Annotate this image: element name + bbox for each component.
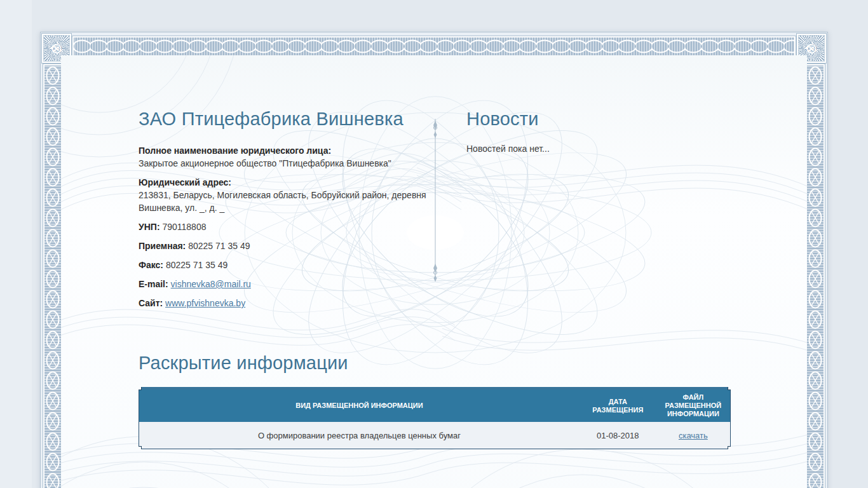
- table-header-row: ВИД РАЗМЕЩЕННОЙ ИНФОРМАЦИИ ДАТА РАЗМЕЩЕН…: [139, 390, 730, 422]
- column-header-file: ФАЙЛ РАЗМЕЩЕННОЙ ИНФОРМАЦИИ: [656, 390, 730, 422]
- field-label: E-mail:: [139, 279, 168, 289]
- news-section: Новости Новостей пока нет...: [466, 107, 782, 316]
- field-value: 790118808: [162, 222, 206, 232]
- company-field-full-name: Полное наименование юридического лица: З…: [139, 144, 432, 170]
- field-value: 80225 71 35 49: [166, 260, 227, 270]
- company-field-unp: УНП: 790118808: [139, 220, 432, 233]
- plaque-notch: [139, 446, 142, 449]
- circled-x-icon: ⊗: [50, 41, 62, 56]
- field-label: Полное наименование юридического лица:: [139, 146, 331, 156]
- frame-right-border-pattern: [806, 64, 825, 488]
- disclosure-table-plaque: ВИД РАЗМЕЩЕННОЙ ИНФОРМАЦИИ ДАТА РАЗМЕЩЕН…: [139, 387, 731, 449]
- disclosure-title: Раскрытие информации: [139, 351, 782, 374]
- field-label: УНП:: [139, 222, 160, 232]
- field-value: 213831, Беларусь, Могилевская область, Б…: [139, 190, 426, 213]
- circled-x-icon: ⊗: [805, 41, 817, 56]
- company-info-section: ЗАО Птицефабрика Вишневка Полное наимено…: [139, 107, 466, 316]
- certificate-frame: ⊗ ⊗: [40, 32, 828, 488]
- field-label: Приемная:: [139, 241, 186, 251]
- website-link[interactable]: www.pfvishnevka.by: [165, 298, 245, 308]
- column-header-date: ДАТА РАЗМЕЩЕНИЯ: [580, 390, 656, 422]
- company-field-website: Сайт: www.pfvishnevka.by: [139, 297, 432, 309]
- company-field-email: E-mail: vishnevka8@mail.ru: [139, 278, 432, 290]
- page-left-gutter: [0, 0, 32, 488]
- frame-left-border-pattern: [43, 64, 62, 488]
- field-label: Факс:: [139, 260, 163, 270]
- company-field-reception-phone: Приемная: 80225 71 35 49: [139, 240, 432, 252]
- email-link[interactable]: vishnevka8@mail.ru: [171, 279, 251, 289]
- plaque-notch: [728, 446, 731, 449]
- company-title: ЗАО Птицефабрика Вишневка: [139, 107, 412, 130]
- cell-date: 01-08-2018: [580, 422, 656, 449]
- table-row: О формировании реестра владельцев ценных…: [139, 422, 730, 449]
- main-content: ЗАО Птицефабрика Вишневка Полное наимено…: [61, 55, 807, 449]
- field-label: Сайт:: [139, 298, 163, 308]
- plaque-notch: [139, 387, 142, 390]
- page-content-area: ЗАО Птицефабрика Вишневка Полное наимено…: [61, 55, 807, 488]
- download-link[interactable]: скачать: [679, 431, 708, 440]
- news-title: Новости: [466, 107, 782, 130]
- frame-top-border-pattern: [72, 36, 796, 57]
- field-value: Закрытое акционерное общество "Птицефабр…: [139, 158, 391, 168]
- field-label: Юридический адрес:: [139, 177, 231, 187]
- disclosure-table: ВИД РАЗМЕЩЕННОЙ ИНФОРМАЦИИ ДАТА РАЗМЕЩЕН…: [139, 390, 730, 449]
- company-field-fax: Факс: 80225 71 35 49: [139, 259, 432, 271]
- news-empty-text: Новостей пока нет...: [466, 142, 782, 155]
- column-header-info-type: ВИД РАЗМЕЩЕННОЙ ИНФОРМАЦИИ: [139, 390, 580, 422]
- cell-info-type: О формировании реестра владельцев ценных…: [139, 422, 580, 449]
- plaque-notch: [728, 387, 731, 390]
- cell-file: скачать: [656, 422, 730, 449]
- company-field-address: Юридический адрес: 213831, Беларусь, Мог…: [139, 176, 432, 214]
- field-value: 80225 71 35 49: [188, 241, 250, 251]
